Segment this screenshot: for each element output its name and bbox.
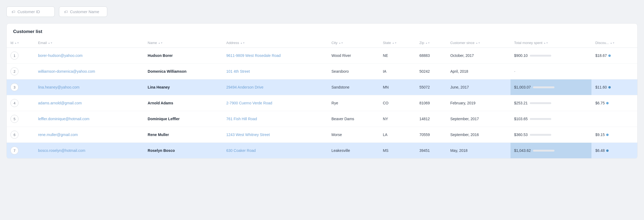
- table-body: 1borer-hudson@yahoo.comHudson Borer9611-…: [7, 48, 637, 159]
- discount-dot: [606, 134, 609, 136]
- col-header-city[interactable]: City▲▼: [328, 38, 379, 48]
- cell-email[interactable]: lina.heaney@yahoo.com: [34, 79, 144, 95]
- cell-name: Domenica Williamson: [144, 64, 223, 79]
- cell-name: Hudson Borer: [144, 48, 223, 64]
- filter-bar: 🏷Customer ID🏷Customer Name: [6, 6, 638, 17]
- cell-address[interactable]: 761 Fish Hill Road: [223, 111, 328, 127]
- cell-email[interactable]: bosco.roselyn@hotmail.com: [34, 143, 144, 159]
- address-link[interactable]: 9611-9809 West Rosedale Road: [226, 53, 281, 58]
- table-row[interactable]: 1borer-hudson@yahoo.comHudson Borer9611-…: [7, 48, 637, 64]
- address-link[interactable]: 2-7900 Cuerno Verde Road: [226, 101, 272, 105]
- table-title: Customer list: [7, 24, 637, 38]
- col-header-email[interactable]: Email▲▼: [34, 38, 144, 48]
- id-badge: 5: [10, 115, 18, 123]
- cell-id: 3: [7, 79, 34, 95]
- cell-city: Beaver Dams: [328, 111, 379, 127]
- total-bar-bg: [533, 150, 554, 152]
- cell-address[interactable]: 9611-9809 West Rosedale Road: [223, 48, 328, 64]
- cell-state: NE: [379, 48, 416, 64]
- cell-zip: 81069: [416, 95, 446, 111]
- cell-state: IA: [379, 64, 416, 79]
- customer-name: Lina Heaney: [148, 85, 170, 89]
- email-link[interactable]: leffler.dominique@hotmail.com: [38, 117, 89, 121]
- discount-amount: $11.60: [595, 85, 607, 89]
- table-row[interactable]: 2williamson-domenica@yahoo.comDomenica W…: [7, 64, 637, 79]
- col-header-address[interactable]: Address▲▼: [223, 38, 328, 48]
- address-link[interactable]: 1243 West Whitney Street: [226, 133, 270, 137]
- cell-state: LA: [379, 127, 416, 143]
- id-badge: 7: [10, 146, 18, 155]
- id-badge: 3: [10, 83, 18, 91]
- col-header-state[interactable]: State▲▼: [379, 38, 416, 48]
- cell-discount: $18.67: [591, 48, 637, 64]
- email-link[interactable]: lina.heaney@yahoo.com: [38, 85, 79, 89]
- email-link[interactable]: borer-hudson@yahoo.com: [38, 53, 83, 58]
- table-row[interactable]: 5leffler.dominique@hotmail.comDominique …: [7, 111, 637, 127]
- discount-amount: $9.15: [595, 133, 605, 137]
- id-badge: 6: [10, 131, 18, 139]
- cell-state: CO: [379, 95, 416, 111]
- cell-address[interactable]: 1243 West Whitney Street: [223, 127, 328, 143]
- customer-id-filter[interactable]: 🏷Customer ID: [6, 6, 55, 17]
- cell-name: Roselyn Bosco: [144, 143, 223, 159]
- discount-dot: [608, 86, 611, 89]
- sort-icon: ▲▼: [476, 42, 480, 44]
- cell-address[interactable]: 2-7900 Cuerno Verde Road: [223, 95, 328, 111]
- discount-dot: [606, 149, 609, 152]
- table-row[interactable]: 7bosco.roselyn@hotmail.comRoselyn Bosco6…: [7, 143, 637, 159]
- total-bar-bg: [530, 55, 551, 57]
- cell-since: September, 2017: [446, 111, 510, 127]
- sort-icon: ▲▼: [392, 42, 397, 44]
- email-link[interactable]: adams.arnold@gmail.com: [38, 101, 82, 105]
- cell-zip: 14812: [416, 111, 446, 127]
- total-dash: -: [514, 69, 516, 74]
- col-header-zip[interactable]: Zip▲▼: [416, 38, 446, 48]
- col-header-discount[interactable]: Discou...▲▼: [591, 38, 637, 48]
- address-link[interactable]: 630 Coaker Road: [226, 148, 256, 153]
- table-row[interactable]: 3lina.heaney@yahoo.comLina Heaney29494 A…: [7, 79, 637, 95]
- cell-total: $360.53: [510, 127, 592, 143]
- col-header-since[interactable]: Customer since▲▼: [446, 38, 510, 48]
- customer-name: Dominique Leffler: [148, 117, 180, 121]
- id-badge: 4: [10, 99, 18, 107]
- email-link[interactable]: bosco.roselyn@hotmail.com: [38, 148, 85, 153]
- table-row[interactable]: 6rene.muller@gmail.comRene Muller1243 We…: [7, 127, 637, 143]
- cell-total: $253.21: [510, 95, 592, 111]
- cell-total: $900.10: [510, 48, 592, 64]
- customer-name: Hudson Borer: [148, 53, 173, 58]
- cell-total: $1,043.62: [510, 143, 592, 159]
- customer-name-filter[interactable]: 🏷Customer Name: [59, 6, 107, 17]
- col-header-total[interactable]: Total money spent▲▼: [510, 38, 592, 48]
- email-link[interactable]: williamson-domenica@yahoo.com: [38, 69, 95, 74]
- cell-since: October, 2017: [446, 48, 510, 64]
- cell-email[interactable]: rene.muller@gmail.com: [34, 127, 144, 143]
- cell-state: MS: [379, 143, 416, 159]
- cell-id: 5: [7, 111, 34, 127]
- cell-discount: [591, 64, 637, 79]
- col-header-name[interactable]: Name▲▼: [144, 38, 223, 48]
- cell-email[interactable]: williamson-domenica@yahoo.com: [34, 64, 144, 79]
- email-link[interactable]: rene.muller@gmail.com: [38, 133, 78, 137]
- cell-email[interactable]: leffler.dominique@hotmail.com: [34, 111, 144, 127]
- cell-id: 1: [7, 48, 34, 64]
- address-link[interactable]: 101 4th Street: [226, 69, 250, 74]
- cell-address[interactable]: 29494 Anderson Drive: [223, 79, 328, 95]
- total-money-cell: $900.10: [514, 53, 588, 58]
- cell-address[interactable]: 101 4th Street: [223, 64, 328, 79]
- id-badge: 2: [10, 67, 18, 75]
- total-amount: $1,043.62: [514, 148, 531, 153]
- address-link[interactable]: 29494 Anderson Drive: [226, 85, 264, 89]
- sort-icon: ▲▼: [48, 42, 53, 44]
- col-header-id[interactable]: Id▲▼: [7, 38, 34, 48]
- cell-city: Rye: [328, 95, 379, 111]
- cell-since: February, 2019: [446, 95, 510, 111]
- sort-icon: ▲▼: [610, 42, 615, 44]
- customer-name: Arnold Adams: [148, 101, 173, 105]
- address-link[interactable]: 761 Fish Hill Road: [226, 117, 257, 121]
- total-bar-bg: [530, 134, 551, 136]
- customer-table: Id▲▼Email▲▼Name▲▼Address▲▼City▲▼State▲▼Z…: [7, 38, 637, 159]
- cell-email[interactable]: borer-hudson@yahoo.com: [34, 48, 144, 64]
- cell-email[interactable]: adams.arnold@gmail.com: [34, 95, 144, 111]
- cell-address[interactable]: 630 Coaker Road: [223, 143, 328, 159]
- table-row[interactable]: 4adams.arnold@gmail.comArnold Adams2-790…: [7, 95, 637, 111]
